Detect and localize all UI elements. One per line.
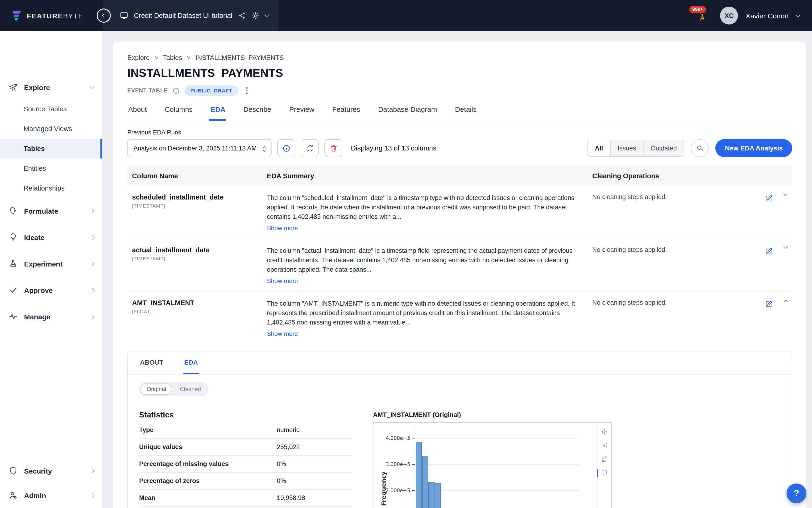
refresh-button[interactable] xyxy=(301,139,319,157)
notifications-button[interactable]: 999+ xyxy=(697,10,708,21)
sidebar-item-approve[interactable]: Approve xyxy=(0,279,102,301)
toggle-original[interactable]: Original xyxy=(140,383,172,394)
monitor-icon xyxy=(120,11,128,20)
header-column-name: Column Name xyxy=(132,166,260,186)
eda-run-select[interactable]: Analysis on December 3, 2025 11:11:13 AM xyxy=(127,139,272,157)
breadcrumb-current: INSTALLMENTS_PAYMENTS xyxy=(195,54,284,61)
table-row: scheduled_installment_date [TIMESTAMP] T… xyxy=(127,186,792,239)
more-options-icon[interactable]: ⋮ xyxy=(243,87,251,94)
sidebar-bottom: Security Admin xyxy=(0,460,102,508)
column-dtype: [TIMESTAMP] xyxy=(132,203,260,209)
cleaning-operations-text: No cleaning steps applied. xyxy=(592,246,738,285)
reset-tool-icon[interactable] xyxy=(601,455,608,463)
chevron-down-icon[interactable] xyxy=(264,12,269,17)
workspace-switcher[interactable]: Credit Default Dataset UI tutorial xyxy=(103,0,277,31)
tab-about[interactable]: About xyxy=(127,104,148,121)
sidebar-item-explore[interactable]: Explore xyxy=(0,76,102,98)
help-button[interactable]: ? xyxy=(786,483,806,503)
tab-preview[interactable]: Preview xyxy=(288,104,315,121)
eda-summary-text: The column "scheduled_installment_date" … xyxy=(267,194,586,222)
run-info-button[interactable] xyxy=(277,139,295,157)
flask-icon xyxy=(8,259,18,268)
breadcrumb-tables[interactable]: Tables xyxy=(163,54,182,61)
show-more-link[interactable]: Show more xyxy=(267,224,586,231)
gear-icon[interactable] xyxy=(251,11,259,19)
content-card: Explore > Tables > INSTALLMENTS_PAYMENTS… xyxy=(113,42,806,508)
check-icon xyxy=(8,285,18,295)
sidebar-item-label: Manage xyxy=(24,312,50,321)
column-name: AMT_INSTALMENT xyxy=(132,299,260,307)
chevron-down-icon[interactable] xyxy=(796,12,801,17)
detail-tab-about[interactable]: ABOUT xyxy=(139,351,164,374)
notification-badge: 999+ xyxy=(690,5,706,13)
chevron-right-icon xyxy=(90,314,95,319)
show-more-link[interactable]: Show more xyxy=(267,330,586,337)
eda-controls: Previous EDA Runs Analysis on December 3… xyxy=(127,129,792,157)
breadcrumb-explore[interactable]: Explore xyxy=(127,54,150,61)
sidebar-item-label: Admin xyxy=(24,491,46,499)
expand-row-icon[interactable] xyxy=(783,191,788,196)
sidebar-item-admin[interactable]: Admin xyxy=(0,484,102,506)
featurebyte-logo-text: FEATUREBYTE xyxy=(27,11,84,19)
search-button[interactable] xyxy=(691,139,709,157)
status-badge: PUBLIC_DRAFT xyxy=(184,85,238,96)
edit-icon[interactable] xyxy=(765,300,773,308)
stat-row: Mean19,958.98 xyxy=(139,490,352,506)
topbar-right: 999+ XC Xavier Conort xyxy=(697,7,812,25)
toggle-cleaned[interactable]: Cleaned xyxy=(174,383,207,394)
sidebar-item-security[interactable]: Security xyxy=(0,460,102,481)
detail-tab-eda[interactable]: EDA xyxy=(183,351,199,374)
stat-row: Percentage of zeros0% xyxy=(139,472,352,490)
tab-details[interactable]: Details xyxy=(454,104,478,121)
box-zoom-tool-icon[interactable] xyxy=(601,442,608,449)
sidebar-collapse-button[interactable] xyxy=(97,8,111,23)
select-caret-icon xyxy=(263,145,266,151)
breadcrumb-separator: > xyxy=(154,54,158,61)
edit-icon[interactable] xyxy=(765,194,773,202)
filter-issues[interactable]: Issues xyxy=(610,140,643,156)
entity-type-label: EVENT TABLE xyxy=(127,88,168,93)
sidebar-item-label: Formulate xyxy=(24,207,58,215)
sidebar-item-relationships[interactable]: Relationships xyxy=(0,178,102,198)
sidebar-item-managed-views[interactable]: Managed Views xyxy=(0,119,102,139)
new-eda-analysis-button[interactable]: New EDA Analysis xyxy=(716,139,792,157)
tab-eda[interactable]: EDA xyxy=(210,104,226,121)
header-eda-summary: EDA Summary xyxy=(267,166,586,186)
sidebar-item-manage[interactable]: Manage xyxy=(0,306,102,327)
expand-row-icon[interactable] xyxy=(783,244,788,249)
app-viewport: FEATUREBYTE Credit Default Dataset UI tu… xyxy=(0,0,812,508)
edit-icon[interactable] xyxy=(765,247,773,255)
stat-row: Unique values255,022 xyxy=(139,438,352,455)
tab-describe[interactable]: Describe xyxy=(242,104,272,121)
stat-row: Standard Deviation (std)56,732.6823 xyxy=(139,506,352,508)
chart-toolbar xyxy=(597,422,611,508)
avatar[interactable]: XC xyxy=(720,7,738,25)
sidebar-item-experiment[interactable]: Experiment xyxy=(0,253,102,274)
info-icon[interactable] xyxy=(172,87,179,94)
sidebar-item-ideate[interactable]: Ideate xyxy=(0,226,102,248)
delete-run-button[interactable] xyxy=(324,139,342,157)
sidebar-item-tables[interactable]: Tables xyxy=(0,139,102,159)
table-header: Column Name EDA Summary Cleaning Operati… xyxy=(127,166,792,186)
sidebar-item-source-tables[interactable]: Source Tables xyxy=(0,99,102,119)
hover-tool-icon[interactable] xyxy=(601,469,608,476)
collapse-row-icon[interactable] xyxy=(783,300,788,304)
show-more-link[interactable]: Show more xyxy=(267,277,586,285)
lightbulb-icon xyxy=(8,232,18,242)
user-name: Xavier Conort xyxy=(746,11,789,19)
tab-database-diagram[interactable]: Database Diagram xyxy=(377,104,438,121)
sidebar-item-formulate[interactable]: Formulate xyxy=(0,200,102,222)
workspace-label: Credit Default Dataset UI tutorial xyxy=(134,12,232,19)
filter-all[interactable]: All xyxy=(588,140,610,156)
filter-outdated[interactable]: Outdated xyxy=(643,140,684,156)
column-dtype: [FLOAT] xyxy=(132,308,260,314)
share-icon[interactable] xyxy=(238,12,245,19)
tab-columns[interactable]: Columns xyxy=(164,104,193,121)
histogram-chart: 1.000e+52.000e+53.000e+54.000e+5Frequenc… xyxy=(373,422,612,508)
column-dtype: [TIMESTAMP] xyxy=(132,256,260,261)
sidebar-item-entities[interactable]: Entities xyxy=(0,159,102,178)
tab-features[interactable]: Features xyxy=(331,104,361,121)
featurebyte-logo[interactable]: FEATUREBYTE xyxy=(0,9,103,22)
pan-tool-icon[interactable] xyxy=(601,428,608,435)
featurebyte-logo-icon xyxy=(10,9,22,22)
